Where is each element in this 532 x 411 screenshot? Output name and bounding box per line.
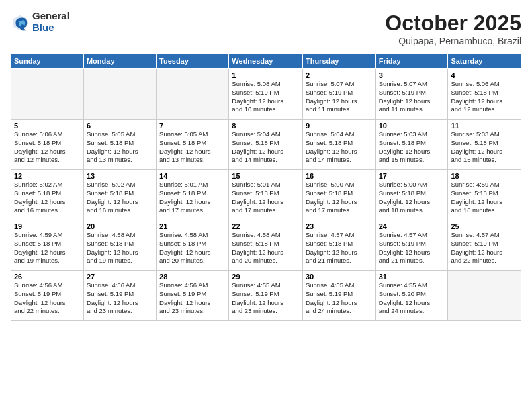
calendar-cell: 9Sunrise: 5:04 AM Sunset: 5:18 PM Daylig… (302, 120, 375, 170)
calendar-cell: 12Sunrise: 5:02 AM Sunset: 5:18 PM Dayli… (11, 170, 84, 220)
day-number: 19 (14, 222, 81, 230)
logo-blue: Blue (32, 22, 70, 34)
day-info: Sunrise: 5:07 AM Sunset: 5:19 PM Dayligh… (306, 80, 373, 114)
calendar-cell: 28Sunrise: 4:56 AM Sunset: 5:19 PM Dayli… (157, 271, 229, 321)
day-number: 26 (14, 273, 81, 281)
calendar-cell: 1Sunrise: 5:08 AM Sunset: 5:19 PM Daylig… (229, 69, 303, 120)
day-number: 8 (232, 122, 300, 130)
day-info: Sunrise: 4:56 AM Sunset: 5:19 PM Dayligh… (159, 281, 226, 316)
day-info: Sunrise: 4:59 AM Sunset: 5:18 PM Dayligh… (451, 181, 518, 215)
day-number: 20 (87, 222, 153, 230)
calendar-cell (157, 69, 229, 120)
day-info: Sunrise: 4:55 AM Sunset: 5:19 PM Dayligh… (232, 281, 300, 316)
calendar-header-sunday: Sunday (11, 54, 84, 69)
calendar-cell: 3Sunrise: 5:07 AM Sunset: 5:19 PM Daylig… (375, 69, 448, 120)
calendar-week-3: 12Sunrise: 5:02 AM Sunset: 5:18 PM Dayli… (11, 170, 521, 220)
calendar-week-2: 5Sunrise: 5:06 AM Sunset: 5:18 PM Daylig… (11, 120, 521, 170)
day-number: 27 (87, 273, 153, 281)
day-number: 22 (232, 222, 300, 230)
logo-icon (11, 13, 30, 32)
day-number: 28 (159, 273, 226, 281)
calendar-cell: 13Sunrise: 5:02 AM Sunset: 5:18 PM Dayli… (83, 170, 156, 220)
calendar-cell: 17Sunrise: 5:00 AM Sunset: 5:18 PM Dayli… (375, 170, 448, 220)
calendar-subtitle: Quipapa, Pernambuco, Brazil (385, 36, 521, 46)
calendar-cell: 24Sunrise: 4:57 AM Sunset: 5:19 PM Dayli… (375, 220, 448, 271)
day-info: Sunrise: 5:01 AM Sunset: 5:18 PM Dayligh… (159, 181, 226, 215)
day-number: 16 (306, 172, 373, 180)
day-info: Sunrise: 5:03 AM Sunset: 5:18 PM Dayligh… (379, 130, 445, 165)
day-info: Sunrise: 4:57 AM Sunset: 5:19 PM Dayligh… (451, 231, 518, 265)
calendar-week-5: 26Sunrise: 4:56 AM Sunset: 5:19 PM Dayli… (11, 271, 521, 321)
day-number: 2 (306, 71, 373, 79)
day-info: Sunrise: 4:59 AM Sunset: 5:18 PM Dayligh… (14, 231, 81, 265)
day-number: 24 (379, 222, 445, 230)
day-info: Sunrise: 5:06 AM Sunset: 5:18 PM Dayligh… (451, 80, 518, 114)
day-number: 6 (87, 122, 153, 130)
day-number: 14 (159, 172, 226, 180)
calendar-header-row: SundayMondayTuesdayWednesdayThursdayFrid… (11, 54, 521, 69)
day-number: 3 (379, 71, 445, 79)
day-number: 7 (159, 122, 226, 130)
day-number: 31 (379, 273, 445, 281)
calendar-cell: 25Sunrise: 4:57 AM Sunset: 5:19 PM Dayli… (448, 220, 521, 271)
day-info: Sunrise: 5:07 AM Sunset: 5:19 PM Dayligh… (379, 80, 445, 114)
calendar-cell: 15Sunrise: 5:01 AM Sunset: 5:18 PM Dayli… (229, 170, 303, 220)
day-number: 10 (379, 122, 445, 130)
calendar-cell (11, 69, 84, 120)
calendar-cell: 27Sunrise: 4:56 AM Sunset: 5:19 PM Dayli… (83, 271, 156, 321)
day-info: Sunrise: 4:58 AM Sunset: 5:18 PM Dayligh… (159, 231, 226, 265)
day-info: Sunrise: 5:06 AM Sunset: 5:18 PM Dayligh… (14, 130, 81, 165)
day-info: Sunrise: 5:01 AM Sunset: 5:18 PM Dayligh… (232, 181, 300, 215)
day-info: Sunrise: 4:58 AM Sunset: 5:18 PM Dayligh… (232, 231, 300, 265)
day-info: Sunrise: 4:57 AM Sunset: 5:18 PM Dayligh… (306, 231, 373, 265)
calendar-cell: 4Sunrise: 5:06 AM Sunset: 5:18 PM Daylig… (448, 69, 521, 120)
day-number: 9 (306, 122, 373, 130)
day-number: 1 (232, 71, 300, 79)
day-number: 15 (232, 172, 300, 180)
calendar-header-saturday: Saturday (448, 54, 521, 69)
day-info: Sunrise: 5:08 AM Sunset: 5:19 PM Dayligh… (232, 80, 300, 114)
calendar-week-4: 19Sunrise: 4:59 AM Sunset: 5:18 PM Dayli… (11, 220, 521, 271)
day-info: Sunrise: 5:02 AM Sunset: 5:18 PM Dayligh… (87, 181, 153, 215)
day-info: Sunrise: 5:05 AM Sunset: 5:18 PM Dayligh… (87, 130, 153, 165)
day-number: 5 (14, 122, 81, 130)
calendar-cell: 8Sunrise: 5:04 AM Sunset: 5:18 PM Daylig… (229, 120, 303, 170)
calendar-cell: 10Sunrise: 5:03 AM Sunset: 5:18 PM Dayli… (375, 120, 448, 170)
day-info: Sunrise: 4:56 AM Sunset: 5:19 PM Dayligh… (14, 281, 81, 316)
day-number: 23 (306, 222, 373, 230)
day-info: Sunrise: 4:55 AM Sunset: 5:19 PM Dayligh… (306, 281, 373, 316)
day-info: Sunrise: 5:05 AM Sunset: 5:18 PM Dayligh… (159, 130, 226, 165)
calendar-cell: 19Sunrise: 4:59 AM Sunset: 5:18 PM Dayli… (11, 220, 84, 271)
calendar-cell: 21Sunrise: 4:58 AM Sunset: 5:18 PM Dayli… (157, 220, 229, 271)
calendar-cell: 20Sunrise: 4:58 AM Sunset: 5:18 PM Dayli… (83, 220, 156, 271)
day-info: Sunrise: 4:56 AM Sunset: 5:19 PM Dayligh… (87, 281, 153, 316)
header: General Blue October 2025 Quipapa, Perna… (11, 11, 521, 46)
logo-text: General Blue (32, 11, 70, 33)
day-number: 12 (14, 172, 81, 180)
day-number: 11 (451, 122, 518, 130)
day-number: 18 (451, 172, 518, 180)
calendar-cell: 6Sunrise: 5:05 AM Sunset: 5:18 PM Daylig… (83, 120, 156, 170)
day-info: Sunrise: 5:00 AM Sunset: 5:18 PM Dayligh… (379, 181, 445, 215)
day-number: 13 (87, 172, 153, 180)
day-info: Sunrise: 4:55 AM Sunset: 5:20 PM Dayligh… (379, 281, 445, 316)
day-info: Sunrise: 5:00 AM Sunset: 5:18 PM Dayligh… (306, 181, 373, 215)
calendar-cell: 2Sunrise: 5:07 AM Sunset: 5:19 PM Daylig… (302, 69, 375, 120)
day-number: 4 (451, 71, 518, 79)
day-number: 17 (379, 172, 445, 180)
day-info: Sunrise: 5:04 AM Sunset: 5:18 PM Dayligh… (306, 130, 373, 165)
calendar-header-thursday: Thursday (302, 54, 375, 69)
calendar-cell: 29Sunrise: 4:55 AM Sunset: 5:19 PM Dayli… (229, 271, 303, 321)
calendar-header-monday: Monday (83, 54, 156, 69)
calendar-cell: 16Sunrise: 5:00 AM Sunset: 5:18 PM Dayli… (302, 170, 375, 220)
calendar-header-tuesday: Tuesday (157, 54, 229, 69)
day-info: Sunrise: 5:03 AM Sunset: 5:18 PM Dayligh… (451, 130, 518, 165)
calendar-title: October 2025 (385, 11, 521, 36)
calendar-week-1: 1Sunrise: 5:08 AM Sunset: 5:19 PM Daylig… (11, 69, 521, 120)
calendar-cell: 22Sunrise: 4:58 AM Sunset: 5:18 PM Dayli… (229, 220, 303, 271)
logo-general: General (32, 11, 70, 22)
calendar-cell: 7Sunrise: 5:05 AM Sunset: 5:18 PM Daylig… (157, 120, 229, 170)
title-block: October 2025 Quipapa, Pernambuco, Brazil (385, 11, 521, 46)
day-info: Sunrise: 5:04 AM Sunset: 5:18 PM Dayligh… (232, 130, 300, 165)
logo: General Blue (11, 11, 70, 33)
